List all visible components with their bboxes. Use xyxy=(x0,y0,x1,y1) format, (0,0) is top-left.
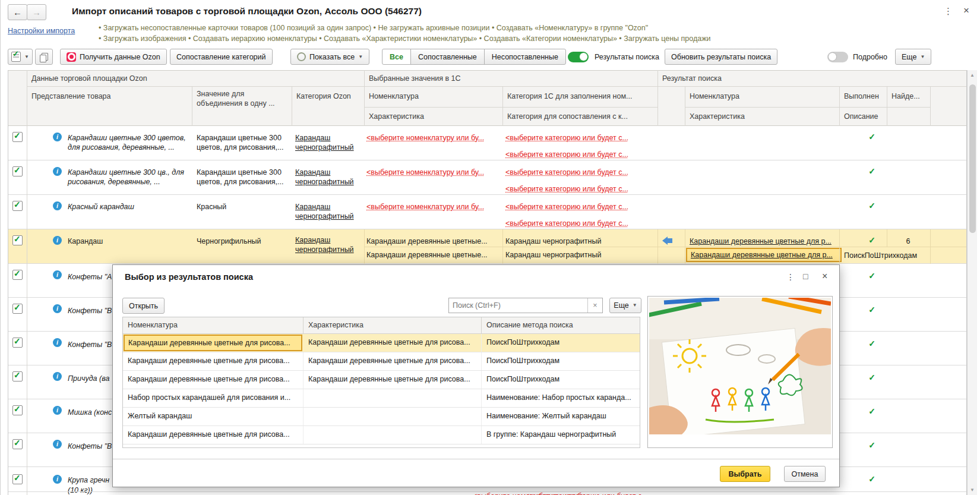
table-header xyxy=(8,70,967,126)
window-close-icon[interactable]: × xyxy=(963,5,969,15)
cancel-button[interactable]: Отмена xyxy=(784,466,826,482)
row-checkbox[interactable]: ✓ xyxy=(12,371,23,382)
table-row[interactable]: ✓ i Карандаши цветные 300 цветов, для ри… xyxy=(8,126,967,160)
clear-search-icon[interactable]: × xyxy=(587,298,602,313)
row-checkbox[interactable]: ✓ xyxy=(12,132,23,142)
search-results-toggle[interactable] xyxy=(568,52,589,62)
ozon-category-link: Карандаш чернографитный xyxy=(295,168,362,187)
map-categories-button[interactable]: Сопоставление категорий xyxy=(170,49,273,65)
done-check-icon: ✓ xyxy=(854,474,890,484)
preview-photo xyxy=(649,298,831,434)
ring-icon xyxy=(297,52,306,61)
info-icon[interactable]: i xyxy=(53,338,62,347)
result-row[interactable]: Желтый карандаш Наименование: Желтый кар… xyxy=(123,408,640,426)
dialog-more-button[interactable]: Еще ▼ xyxy=(609,298,641,313)
forward-button[interactable]: → xyxy=(27,4,46,20)
filter-unmatched-button[interactable]: Несопоставленные xyxy=(484,49,566,65)
scrollbar-thumb[interactable] xyxy=(969,84,976,233)
search-input[interactable] xyxy=(449,298,587,313)
col-header-category-match[interactable]: Категория для сопоставления с к... xyxy=(507,112,628,121)
dialog-close-icon[interactable]: × xyxy=(822,272,827,281)
info-icon[interactable]: i xyxy=(53,406,62,415)
result-characteristic-cell[interactable]: Карандаши деревянные цветные для р... xyxy=(686,248,842,262)
col-header-done[interactable]: Выполнен xyxy=(844,92,879,100)
done-check-icon: ✓ xyxy=(854,305,890,314)
group-header-result: Результат поиска xyxy=(662,74,722,83)
apply-result-arrow-icon[interactable] xyxy=(662,237,672,245)
dialog-maximize-icon[interactable]: □ xyxy=(803,272,808,280)
category-placeholder-2: <выберите категорию или будет с... xyxy=(505,184,654,194)
row-checkbox[interactable]: ✓ xyxy=(12,235,23,245)
dialog-more-icon[interactable]: ⋮ xyxy=(786,273,795,281)
col-header-product[interactable]: Представление товара xyxy=(31,92,111,100)
row-checkbox[interactable]: ✓ xyxy=(12,474,23,484)
detail-toggle[interactable] xyxy=(827,52,848,62)
info-icon[interactable]: i xyxy=(53,167,62,176)
col-header-result-characteristic[interactable]: Характеристика xyxy=(690,112,745,121)
info-icon[interactable]: i xyxy=(53,270,62,279)
info-icon[interactable]: i xyxy=(53,133,62,141)
info-icon[interactable]: i xyxy=(53,475,62,484)
forward-icon: → xyxy=(32,7,41,17)
info-icon[interactable]: i xyxy=(53,440,62,449)
col-header-found[interactable]: Найде... xyxy=(892,92,920,100)
info-icon[interactable]: i xyxy=(53,201,62,210)
result-row-selected[interactable]: Карандаши деревянные цветные для рисова.… xyxy=(123,334,640,352)
row-checkbox[interactable]: ✓ xyxy=(12,304,23,314)
done-check-icon: ✓ xyxy=(854,440,890,450)
filter-all-button[interactable]: Все xyxy=(382,49,411,65)
table-row[interactable]: ✓ i Красный карандаш Красный Карандаш че… xyxy=(8,195,967,229)
row-checkbox[interactable]: ✓ xyxy=(12,405,23,415)
merge-value: Черногрифильный xyxy=(197,237,287,246)
info-icon[interactable]: i xyxy=(53,304,62,313)
footer-divider xyxy=(113,459,839,459)
merge-value: Красный xyxy=(197,202,287,212)
copy-button[interactable] xyxy=(35,49,53,65)
result-row[interactable]: Карандаши деревянные цветные для рисова.… xyxy=(123,426,640,444)
result-row[interactable]: Набор простых карандашей для рисования и… xyxy=(123,389,640,408)
choose-button[interactable]: Выбрать xyxy=(720,466,770,482)
category-placeholder-1: <выберите категорию или будет с... xyxy=(505,202,654,212)
map-categories-label: Сопоставление категорий xyxy=(176,53,266,61)
found-count: 6 xyxy=(887,237,930,246)
col-header-result-nomenclature[interactable]: Номенклатура xyxy=(690,92,739,100)
category-match-value: Карандаш чернографитный xyxy=(505,250,654,260)
row-checkbox[interactable]: ✓ xyxy=(12,338,23,348)
col-header-description[interactable]: Описание xyxy=(844,112,878,121)
group-header-1c: Выбранные значения в 1С xyxy=(369,74,461,83)
get-ozon-data-button[interactable]: Получить данные Ozon xyxy=(60,49,167,65)
import-settings-link[interactable]: Настройки импорта xyxy=(8,27,75,35)
scroll-up-icon[interactable]: ▲ xyxy=(970,72,975,78)
row-checkbox[interactable]: ✓ xyxy=(12,201,23,211)
col-characteristic[interactable]: Характеристика xyxy=(304,317,482,333)
col-header-category-fill[interactable]: Категория 1С для заполнения ном... xyxy=(507,92,632,100)
table-row-partial: <выберите категорию или будет с... xyxy=(525,492,648,495)
show-all-button[interactable]: Показать все ▼ xyxy=(290,49,369,65)
info-icon[interactable]: i xyxy=(53,372,62,381)
result-row[interactable]: Карандаши деревянные цветные для рисова.… xyxy=(123,352,640,371)
col-method[interactable]: Описание метода поиска xyxy=(482,317,640,333)
refresh-results-button[interactable]: Обновить результаты поиска xyxy=(665,49,777,65)
filter-matched-button[interactable]: Сопоставленные xyxy=(410,49,485,65)
check-all-menu-button[interactable]: ✓ ▼ xyxy=(8,49,33,65)
col-header-characteristic-1c[interactable]: Характеристика xyxy=(369,112,424,121)
table-row-selected[interactable]: ✓ i Карандаш Черногрифильный Карандаш че… xyxy=(8,229,967,264)
row-checkbox[interactable]: ✓ xyxy=(12,270,23,280)
info-icon[interactable]: i xyxy=(53,236,62,245)
col-header-nomenclature-1c[interactable]: Номенклатура xyxy=(369,92,419,100)
back-button[interactable]: ← xyxy=(8,4,27,20)
more-button[interactable]: Еще ▼ xyxy=(895,49,931,65)
vertical-scrollbar[interactable]: ▲ ▼ xyxy=(967,70,977,495)
col-header-merge[interactable]: Значение для объединения в одну ... xyxy=(197,89,286,108)
col-nomenclature[interactable]: Номенклатура xyxy=(123,317,304,333)
scroll-down-icon[interactable]: ▼ xyxy=(970,487,975,493)
row-checkbox[interactable]: ✓ xyxy=(12,166,23,176)
row-checkbox[interactable]: ✓ xyxy=(12,439,23,449)
open-button[interactable]: Открыть xyxy=(122,298,165,314)
table-row[interactable]: ✓ i Карандаши цветные 300 цв., для рисов… xyxy=(8,160,967,195)
col-header-ozon-category[interactable]: Категория Ozon xyxy=(296,92,351,100)
result-row[interactable]: Карандаши деревянные цветные для рисова.… xyxy=(123,371,640,389)
merge-value: Карандаши цветные 300 цветов, для рисова… xyxy=(197,133,287,152)
window-more-icon[interactable]: ⋮ xyxy=(944,7,953,15)
dialog-search-field: × xyxy=(448,298,603,313)
